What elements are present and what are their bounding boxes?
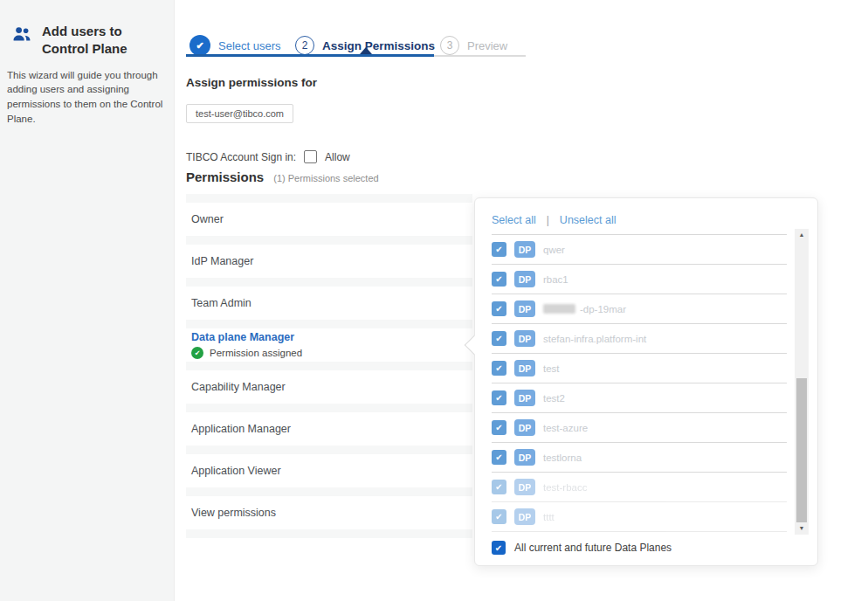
- role-label: Application Viewer: [191, 465, 472, 477]
- scroll-up-icon[interactable]: ▲: [795, 229, 809, 241]
- flyout-scrollbar[interactable]: ▲ ▼: [795, 229, 809, 535]
- role-label: IdP Manager: [191, 255, 472, 267]
- scrollbar-thumb[interactable]: [796, 378, 807, 522]
- account-signin-row: TIBCO Account Sign in: Allow: [186, 150, 350, 163]
- permission-role-row[interactable]: Application Viewer: [186, 446, 472, 487]
- data-plane-row: ✔ DP -dp-19mar: [492, 294, 787, 324]
- data-plane-name: test2: [543, 393, 565, 404]
- dp-badge: DP: [514, 479, 535, 495]
- permission-role-row[interactable]: Application Manager: [186, 404, 472, 446]
- dp-badge: DP: [514, 390, 535, 406]
- dp-badge: DP: [514, 508, 535, 525]
- dp-badge: DP: [514, 330, 535, 347]
- step-complete-icon: ✔: [189, 35, 210, 56]
- user-email-chip: test-user@tibco.com: [186, 104, 293, 123]
- select-actions-bar: Select all | Unselect all: [475, 198, 817, 226]
- data-plane-row: ✔ DP test-rbacc: [492, 473, 787, 502]
- data-plane-checkbox[interactable]: ✔: [492, 390, 506, 405]
- data-plane-row: ✔ DP test2: [492, 383, 787, 413]
- data-plane-row: ✔ DP tttt: [492, 502, 787, 532]
- data-plane-name: test-azure: [543, 423, 588, 433]
- dp-badge: DP: [514, 419, 535, 436]
- data-plane-name: rbac1: [543, 274, 568, 285]
- data-plane-name: tttt: [543, 512, 555, 522]
- step-label: Assign Permissions: [322, 39, 435, 52]
- data-plane-name: -dp-19mar: [580, 304, 626, 314]
- role-label: Application Manager: [191, 423, 472, 435]
- sidebar-header: Add users to Control Plane: [0, 0, 174, 59]
- assign-for-heading: Assign permissions for: [186, 76, 317, 89]
- data-plane-checkbox[interactable]: ✔: [492, 272, 506, 287]
- data-plane-checkbox[interactable]: ✔: [492, 420, 506, 435]
- select-actions-divider: |: [547, 214, 549, 226]
- data-plane-name: qwer: [543, 245, 565, 255]
- permission-assigned-indicator: ✔ Permission assigned: [191, 347, 472, 359]
- redacted-text: [543, 304, 575, 314]
- wizard-sidebar: Add users to Control Plane This wizard w…: [0, 0, 175, 601]
- data-plane-name: test: [543, 363, 560, 374]
- role-label: View permissions: [191, 507, 472, 519]
- data-plane-row: ✔ DP testlorna: [492, 443, 787, 473]
- data-plane-row: ✔ DP qwer: [492, 235, 787, 265]
- permission-role-row[interactable]: View permissions: [186, 487, 472, 529]
- data-plane-row: ✔ DP rbac1: [492, 265, 787, 294]
- all-data-planes-label: All current and future Data Planes: [514, 542, 672, 554]
- step-label: Select users: [218, 39, 281, 52]
- data-plane-checkbox[interactable]: ✔: [492, 331, 506, 346]
- dp-badge: DP: [514, 360, 535, 376]
- role-label: Owner: [191, 213, 472, 225]
- permission-role-list: Owner IdP Manager Team Admin Data plane …: [186, 194, 472, 538]
- stepper-remaining-line: [434, 55, 526, 57]
- step-number: 2: [295, 36, 314, 55]
- dp-badge: DP: [514, 300, 535, 317]
- step-label: Preview: [467, 39, 507, 52]
- unselect-all-link[interactable]: Unselect all: [560, 214, 617, 226]
- scroll-down-icon[interactable]: ▼: [795, 522, 809, 535]
- step-select-users[interactable]: ✔ Select users: [189, 35, 281, 56]
- data-plane-name: stefan-infra.platform-int: [543, 334, 646, 344]
- data-plane-checkbox[interactable]: ✔: [492, 450, 506, 465]
- add-users-wizard: Add users to Control Plane This wizard w…: [0, 0, 868, 601]
- stepper-progress-line: [186, 54, 434, 57]
- dp-badge: DP: [514, 271, 535, 287]
- permissions-header: Permissions (1) Permissions selected: [186, 169, 379, 184]
- data-plane-row: ✔ DP stefan-infra.platform-int: [492, 324, 787, 354]
- check-circle-icon: ✔: [191, 347, 203, 359]
- permission-role-row[interactable]: Owner: [186, 194, 472, 236]
- wizard-title: Add users to Control Plane: [42, 23, 165, 59]
- all-data-planes-checkbox[interactable]: ✔: [492, 541, 506, 555]
- permission-role-row[interactable]: Data plane Manager ✔ Permission assigned: [186, 320, 472, 362]
- permission-role-row[interactable]: Team Admin: [186, 278, 472, 320]
- data-plane-name: test-rbacc: [543, 482, 588, 493]
- allow-checkbox[interactable]: [304, 150, 317, 163]
- step-preview[interactable]: 3 Preview: [440, 36, 507, 55]
- data-plane-checkbox[interactable]: ✔: [492, 242, 506, 257]
- data-plane-checkbox[interactable]: ✔: [492, 361, 506, 376]
- data-plane-checkbox[interactable]: ✔: [492, 301, 506, 316]
- permission-role-row[interactable]: Capability Manager: [186, 362, 472, 404]
- data-plane-checkbox[interactable]: ✔: [492, 480, 506, 494]
- select-all-link[interactable]: Select all: [492, 214, 536, 226]
- role-list-bottom-strip: [186, 529, 472, 538]
- assigned-note: Permission assigned: [210, 348, 302, 358]
- role-label: Data plane Manager: [191, 331, 472, 343]
- data-plane-row: ✔ DP test: [492, 354, 787, 383]
- data-plane-list: ✔ DP qwer ✔ DP rbac1 ✔ DP -dp-19mar ✔ DP…: [492, 235, 787, 532]
- dp-badge: DP: [514, 449, 535, 466]
- allow-label: Allow: [325, 151, 350, 163]
- data-plane-picker-panel: Select all | Unselect all ✔ DP qwer ✔ DP…: [474, 197, 818, 566]
- step-number: 3: [440, 36, 459, 55]
- users-icon: [11, 24, 32, 45]
- data-plane-name: testlorna: [543, 452, 582, 463]
- dp-badge: DP: [514, 241, 535, 258]
- signin-label: TIBCO Account Sign in:: [186, 151, 296, 163]
- wizard-description: This wizard will guide you through addin…: [0, 59, 174, 127]
- data-plane-row: ✔ DP test-azure: [492, 413, 787, 443]
- permissions-title: Permissions: [186, 169, 264, 184]
- data-plane-checkbox[interactable]: ✔: [492, 509, 506, 524]
- permission-role-row[interactable]: IdP Manager: [186, 236, 472, 278]
- role-label: Capability Manager: [191, 381, 472, 393]
- all-data-planes-row: ✔ All current and future Data Planes: [475, 532, 817, 555]
- permissions-selected-count: (1) Permissions selected: [273, 173, 378, 183]
- role-label: Team Admin: [191, 297, 472, 309]
